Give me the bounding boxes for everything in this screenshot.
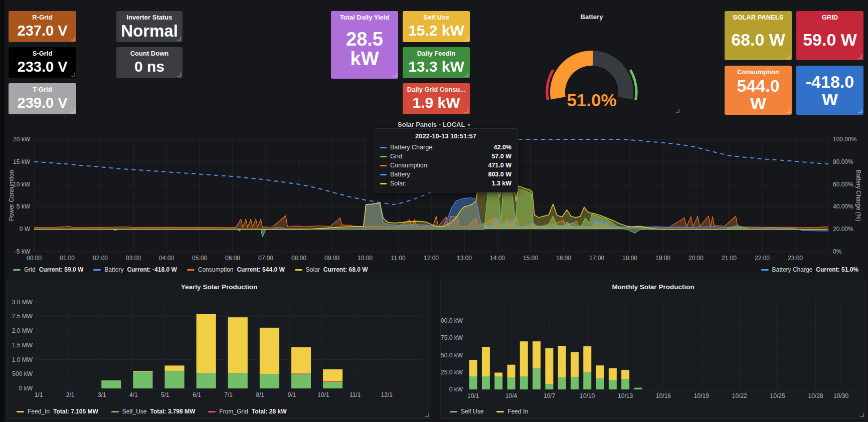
legend-item-battery-charge[interactable]: Battery ChargeCurrent: 51.0% [761,266,858,273]
tooltip-row: Battery:803.0 W [380,170,511,179]
chevron-down-icon[interactable]: ▾ [467,122,470,128]
svg-text:10/16: 10/16 [656,392,671,399]
legend-value: Current: -418.0 W [127,266,177,273]
legend-label: Battery Charge [772,266,813,273]
gauge-panel-battery[interactable]: Battery 51.0% [502,11,681,114]
tooltip-series-label: Solar: [390,180,407,187]
legend-item-feed-in[interactable]: Feed_InTotal: 7.105 MW [17,408,98,415]
svg-text:22:00: 22:00 [755,255,770,262]
svg-text:4/1: 4/1 [129,391,138,398]
svg-text:01:00: 01:00 [60,255,75,262]
stat-panel-daily-grid-consumption[interactable]: Daily Grid Consu... 1.9 kW [403,83,470,114]
left-edge-strip [0,0,5,422]
legend-right: Battery ChargeCurrent: 51.0% [761,266,858,273]
svg-text:100.0 kW: 100.0 kW [441,317,463,324]
legend-item-grid[interactable]: GridCurrent: 59.0 W [13,266,83,273]
series-color-dash-icon [93,269,101,271]
stat-panel-consumption[interactable]: Consumption 544.0 W [725,66,792,115]
row-header-label: Solar Panels - LOCAL [398,121,465,128]
legend-value: Total: 3.798 MW [150,408,196,415]
panel-monthly-solar-production[interactable]: Monthly Solar Production 0 kW25.0 kW50.0… [440,280,866,419]
legend-label: Consumption [198,266,234,273]
tooltip-row: Battery Charge:42.0% [380,143,511,152]
stat-panel-r-grid[interactable]: R-Grid 237.0 V [9,11,76,42]
tooltip-series-value: 803.0 W [488,171,511,178]
chart-tooltip: 2022-10-13 10:51:57 Battery Charge:42.0%… [374,128,518,192]
svg-text:15 kW: 15 kW [13,158,31,165]
tooltip-timestamp: 2022-10-13 10:51:57 [380,132,511,140]
legend-item-self-use[interactable]: Self Use [450,408,483,415]
tooltip-series-value: 471.0 W [488,162,511,169]
stat-panel-t-grid[interactable]: T-Grid 239.0 V [9,83,76,114]
legend-label: Feed_In [28,408,50,415]
svg-text:19:00: 19:00 [655,255,670,262]
stat-panel-total-daily-yield[interactable]: Total Daily Yield 28.5 kW [331,11,398,79]
svg-text:3.0 MW: 3.0 MW [12,299,33,306]
stat-panel-grid[interactable]: GRID 59.0 W [796,11,863,60]
svg-text:02:00: 02:00 [93,255,108,262]
series-color-dash-icon [13,269,21,271]
svg-text:10/25: 10/25 [770,392,785,399]
svg-text:10 kW: 10 kW [13,181,31,188]
series-color-dash-icon [295,269,302,271]
svg-text:11:00: 11:00 [391,255,405,262]
stat-panel-count-down[interactable]: Count Down 0 ns [116,47,183,78]
legend-label: Self Use [461,408,483,415]
stat-panel-s-grid[interactable]: S-Grid 233.0 V [9,47,76,78]
yearly-bar-chart[interactable]: 0 kW500 kW1.0 MW1.5 MW2.0 MW2.5 MW3.0 MW… [8,293,431,402]
panel-title: Consumption [737,68,779,76]
stat-value: 239.0 V [18,93,68,113]
stat-panel-daily-feedin[interactable]: Daily FeedIn 13.3 kW [403,47,470,78]
stat-value: -418.0 W [798,68,861,113]
legend-item-consumption[interactable]: ConsumptionCurrent: 544.0 W [187,266,285,273]
legend-label: Grid [24,266,36,273]
stat-value: 13.3 kW [408,57,464,77]
svg-text:500 kW: 500 kW [12,370,33,377]
svg-text:10/28: 10/28 [808,392,823,399]
legend-item-from-grid[interactable]: From_GridTotal: 28 kW [208,408,286,415]
svg-text:0 kW: 0 kW [19,385,33,392]
svg-text:Battery Charge (%): Battery Charge (%) [855,170,861,222]
legend-value: Current: 68.0 W [323,266,368,273]
panel-title: R-Grid [32,14,52,21]
legend-item-solar[interactable]: SolarCurrent: 68.0 W [295,266,368,273]
svg-text:1.5 MW: 1.5 MW [12,342,33,349]
tooltip-rows: Battery Charge:42.0%Grid:57.0 WConsumpti… [380,143,511,188]
tooltip-row: Solar:1.3 kW [380,179,511,188]
monthly-bar-chart[interactable]: 0 kW25.0 kW50.0 kW75.0 kW100.0 kW10/110/… [441,293,865,402]
legend-value: Current: 51.0% [816,266,858,273]
legend-item-self-use[interactable]: Self_UseTotal: 3.798 MW [111,408,196,415]
svg-text:04:00: 04:00 [159,255,174,262]
panel-title: Total Daily Yield [340,14,390,21]
series-color-dash-icon [187,269,195,271]
svg-text:10/7: 10/7 [544,392,556,399]
svg-text:21:00: 21:00 [722,255,737,262]
stat-value: 28.5 kW [333,21,396,77]
main-chart-legend: GridCurrent: 59.0 WBatteryCurrent: -418.… [13,266,858,273]
stat-panel-solar-panels[interactable]: SOLAR PANELS 68.0 W [725,11,792,60]
svg-text:00:00: 00:00 [27,255,42,262]
legend-item-feed-in[interactable]: Feed In [496,408,528,415]
panel-yearly-solar-production[interactable]: Yearly Solar Production 0 kW500 kW1.0 MW… [7,280,431,419]
svg-text:17:00: 17:00 [589,255,604,262]
legend-item-battery[interactable]: BatteryCurrent: -418.0 W [93,266,177,273]
svg-text:10/30: 10/30 [833,392,848,399]
svg-text:14:00: 14:00 [490,255,505,262]
svg-text:15:00: 15:00 [523,255,538,262]
row-header-solar-panels-local[interactable]: Solar Panels - LOCAL▾ [0,121,868,128]
legend-value: Current: 544.0 W [237,266,284,273]
svg-text:5 kW: 5 kW [17,203,31,210]
monthly-legend: Self UseFeed In [450,408,528,415]
panel-title: Battery [502,13,681,21]
stat-panel-self-use[interactable]: Self Use 15.2 kW [403,11,470,42]
svg-text:7/1: 7/1 [224,391,233,398]
svg-text:80.00%: 80.00% [833,158,853,165]
stat-panel-inverter-status[interactable]: Inverter Status Normal [116,11,183,42]
stat-value: 0 ns [134,57,164,77]
panel-title: Monthly Solar Production [441,283,865,291]
panel-title: Daily Grid Consu... [407,86,465,93]
svg-text:10:00: 10:00 [358,255,373,262]
stat-panel-battery[interactable]: -418.0 W [796,66,863,115]
svg-text:08:00: 08:00 [291,255,306,262]
tooltip-series-label: Grid: [390,153,404,160]
